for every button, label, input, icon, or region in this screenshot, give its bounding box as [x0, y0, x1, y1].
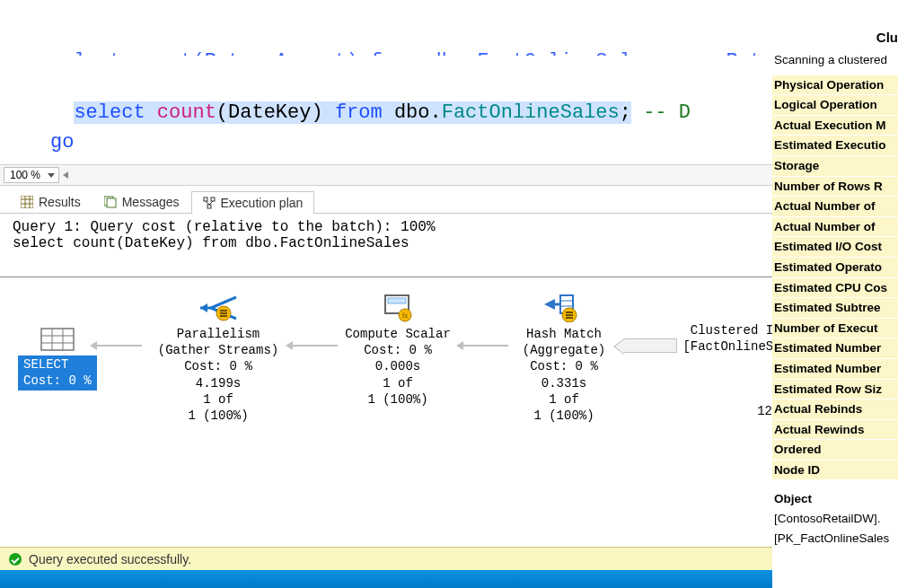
properties-subtitle: Scanning a clustered	[772, 50, 898, 75]
tab-results-label: Results	[39, 195, 81, 209]
query-header: Query 1: Query cost (relative to the bat…	[0, 214, 898, 277]
prop-row: Actual Number of	[772, 217, 898, 238]
properties-object-line: [PK_FactOnlineSales	[772, 529, 898, 549]
svg-rect-0	[21, 196, 33, 208]
properties-object-label: Object	[772, 480, 898, 509]
tab-plan-label: Execution plan	[221, 196, 304, 210]
svg-marker-34	[544, 299, 555, 310]
prop-row: Estimated Operato	[772, 258, 898, 278]
plan-node-select[interactable]: SELECT Cost: 0 %	[18, 327, 97, 391]
function-count: count	[157, 101, 216, 124]
svg-marker-22	[200, 303, 207, 312]
select-operator-icon	[40, 327, 75, 352]
svg-rect-9	[207, 205, 211, 208]
plan-arrow-thick	[623, 338, 677, 353]
parallelism-icon	[197, 294, 240, 322]
svg-text:fx: fx	[402, 312, 409, 320]
prop-row: Actual Execution M	[772, 116, 898, 136]
tab-messages-label: Messages	[122, 195, 180, 209]
prop-row: Estimated Row Siz	[772, 380, 898, 400]
hash-title: Hash Match	[510, 326, 618, 342]
prop-row: Number of Rows R	[772, 177, 898, 197]
grid-icon	[21, 196, 33, 208]
scroll-left-icon[interactable]	[63, 171, 68, 179]
zoom-dropdown[interactable]: 100 %	[4, 167, 59, 183]
prop-row: Estimated Subtree	[772, 298, 898, 319]
select-cost: Cost: 0 %	[23, 373, 92, 390]
plan-icon	[203, 197, 216, 209]
svg-rect-28	[388, 298, 406, 303]
parallelism-title: Parallelism	[151, 326, 286, 342]
hash-pct: 1 (100%)	[510, 408, 618, 424]
plan-arrow-2	[293, 345, 338, 347]
scan-subtitle: [FactOnlineSa	[682, 338, 781, 355]
hash-match-icon	[542, 294, 585, 322]
prop-row: Logical Operation	[772, 95, 898, 116]
prop-row: Estimated I/O Cost	[772, 237, 898, 258]
compute-duration: 0.000s	[339, 358, 456, 374]
keyword-go: go	[50, 131, 74, 154]
plan-node-compute-scalar[interactable]: fx Compute Scalar Cost: 0 % 0.000s 1 of …	[339, 294, 456, 408]
sql-editor[interactable]: select count(ReturnAmount) from dbo.Fact…	[0, 0, 898, 164]
plan-node-clustered-scan[interactable]: Clustered I [FactOnlineSa 12	[682, 322, 781, 420]
select-label: SELECT	[23, 357, 92, 373]
prop-row: Actual Number of	[772, 197, 898, 217]
svg-rect-14	[41, 329, 74, 350]
taskbar	[0, 570, 772, 588]
parallelism-cost: Cost: 0 %	[151, 358, 286, 374]
result-tabs: Results Messages Execution plan	[0, 186, 898, 214]
success-icon	[9, 553, 22, 566]
query-sql-line: select count(DateKey) from dbo.FactOnlin…	[13, 235, 409, 251]
properties-panel[interactable]: Clu Scanning a clustered Physical Operat…	[772, 25, 898, 588]
compute-cost: Cost: 0 %	[339, 342, 456, 358]
svg-line-10	[206, 201, 209, 205]
prop-row: Node ID	[772, 461, 898, 481]
tab-results[interactable]: Results	[9, 190, 92, 213]
comment: -- D	[643, 101, 691, 124]
query-cost-line: Query 1: Query cost (relative to the bat…	[13, 219, 435, 235]
hash-duration: 0.331s	[510, 375, 618, 391]
plan-arrow-1	[97, 345, 142, 347]
parallelism-subtitle: (Gather Streams)	[151, 342, 286, 358]
scan-rows-partial: 12	[682, 403, 781, 419]
compute-pct: 1 (100%)	[339, 391, 456, 408]
compute-scalar-icon: fx	[380, 294, 416, 322]
execution-plan-canvas[interactable]: SELECT Cost: 0 % Parallelism (Gather Str…	[0, 277, 898, 588]
svg-line-11	[209, 201, 213, 205]
messages-icon	[104, 196, 117, 208]
hash-subtitle: (Aggregate)	[510, 342, 618, 358]
prop-row: Estimated Executio	[772, 136, 898, 156]
tab-messages[interactable]: Messages	[92, 190, 191, 213]
schema: dbo	[394, 101, 430, 124]
compute-rows: 1 of	[339, 375, 456, 391]
arg-datekey: DateKey	[228, 101, 311, 124]
svg-rect-6	[107, 198, 116, 207]
prop-row: Number of Execut	[772, 319, 898, 339]
prop-row: Actual Rebinds	[772, 399, 898, 420]
prop-row: Storage	[772, 156, 898, 177]
parallelism-duration: 4.199s	[151, 375, 286, 391]
table-name: FactOnlineSales	[442, 101, 620, 124]
prop-row: Estimated Number	[772, 359, 898, 380]
keyword-select: select	[74, 101, 145, 124]
prop-row: Estimated Number	[772, 338, 898, 359]
status-bar: Query executed successfully.	[0, 547, 772, 570]
plan-arrow-3	[463, 345, 508, 347]
compute-title: Compute Scalar	[339, 326, 456, 342]
prop-row: Estimated CPU Cos	[772, 278, 898, 299]
plan-node-hash-match[interactable]: Hash Match (Aggregate) Cost: 0 % 0.331s …	[510, 294, 618, 424]
tab-execution-plan[interactable]: Execution plan	[191, 191, 315, 214]
prop-row: Physical Operation	[772, 75, 898, 96]
parallelism-pct: 1 (100%)	[151, 408, 286, 424]
properties-title: Clu	[772, 25, 898, 50]
svg-rect-7	[204, 197, 207, 201]
prop-row: Actual Rewinds	[772, 420, 898, 441]
scan-title: Clustered I	[682, 322, 781, 338]
plan-node-parallelism[interactable]: Parallelism (Gather Streams) Cost: 0 % 4…	[151, 294, 286, 424]
keyword-from: from	[335, 101, 383, 124]
hash-rows: 1 of	[510, 391, 618, 408]
svg-rect-8	[211, 197, 215, 201]
prop-row: Ordered	[772, 440, 898, 461]
status-text: Query executed successfully.	[29, 552, 191, 566]
hash-cost: Cost: 0 %	[510, 358, 618, 374]
